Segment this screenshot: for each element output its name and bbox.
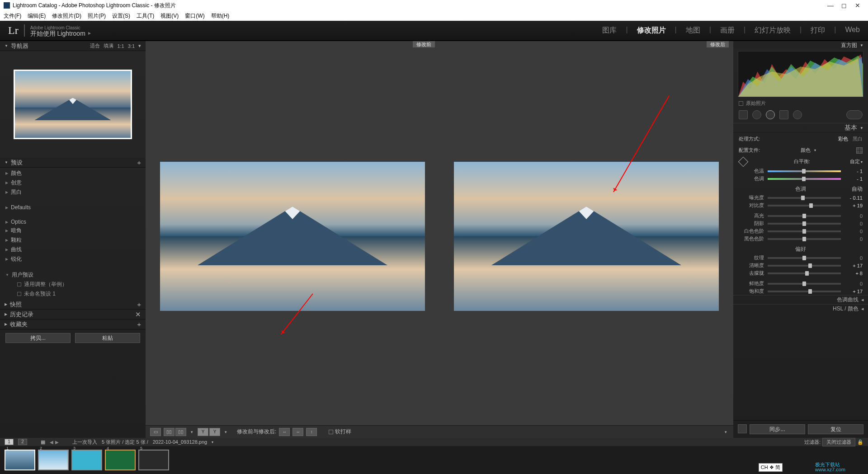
- reset-button[interactable]: 复位: [808, 424, 863, 434]
- swap-1-button[interactable]: ↔: [279, 428, 290, 436]
- maximize-button[interactable]: ◻: [837, 2, 851, 9]
- sync-button[interactable]: 同步...: [750, 424, 805, 434]
- swap-2-button[interactable]: ↔: [292, 428, 303, 436]
- menu-settings[interactable]: 设置(S): [112, 12, 130, 20]
- zoom-fill[interactable]: 填满: [104, 42, 113, 49]
- close-button[interactable]: ✕: [851, 2, 864, 9]
- shadows-slider[interactable]: [768, 223, 841, 225]
- yy-left-button[interactable]: Y: [198, 428, 208, 436]
- compare-1-button[interactable]: ▯▯: [164, 428, 175, 436]
- module-web[interactable]: Web: [845, 26, 860, 35]
- after-image[interactable]: [444, 47, 729, 425]
- minimize-button[interactable]: —: [824, 2, 837, 9]
- screen-1-button[interactable]: 1: [5, 439, 14, 445]
- grid-icon[interactable]: ▦: [41, 439, 45, 445]
- menu-develop[interactable]: 修改照片(D): [52, 12, 81, 20]
- wb-select[interactable]: 自定: [850, 158, 863, 165]
- auto-tone-button[interactable]: 自动: [852, 185, 863, 193]
- histogram-header[interactable]: 直方图▼: [733, 41, 868, 49]
- navigator-preview[interactable]: [0, 51, 146, 158]
- copy-button[interactable]: 拷贝...: [5, 333, 71, 343]
- user-preset-1[interactable]: 通用调整（举例）: [5, 281, 140, 288]
- exposure-slider[interactable]: [768, 197, 841, 199]
- clarity-slider[interactable]: [768, 265, 841, 267]
- history-header[interactable]: ▶历史记录✕: [0, 310, 146, 319]
- loupe-view-button[interactable]: ▭: [150, 428, 161, 436]
- preset-group-user[interactable]: ▼用户预设: [5, 271, 140, 279]
- filter-select[interactable]: 关闭过滤器: [822, 438, 855, 446]
- redeye-tool[interactable]: [766, 110, 775, 119]
- zoom-fit[interactable]: 适合: [90, 42, 100, 49]
- module-print[interactable]: 打印: [811, 26, 825, 35]
- wb-picker-tool[interactable]: [739, 157, 747, 165]
- histogram[interactable]: [738, 51, 863, 97]
- module-develop[interactable]: 修改照片: [637, 26, 666, 35]
- crop-tool[interactable]: [739, 110, 748, 119]
- saturation-slider[interactable]: [768, 291, 841, 292]
- dehaze-slider[interactable]: [768, 272, 841, 274]
- module-map[interactable]: 地图: [686, 26, 700, 35]
- module-library[interactable]: 图库: [602, 26, 617, 35]
- module-book[interactable]: 画册: [720, 26, 735, 35]
- preset-group-color[interactable]: ▶颜色: [5, 169, 140, 177]
- preset-group-curve[interactable]: ▶曲线: [5, 246, 140, 253]
- menu-help[interactable]: 帮助(H): [211, 12, 230, 20]
- collections-header[interactable]: ▶收藏夹+: [0, 319, 146, 329]
- film-thumb-4[interactable]: 4: [105, 450, 136, 470]
- film-thumb-2[interactable]: 2: [38, 450, 69, 470]
- before-image[interactable]: [150, 47, 435, 425]
- treatment-color[interactable]: 彩色: [838, 136, 848, 142]
- source-label[interactable]: 上一次导入: [72, 439, 97, 446]
- ime-indicator[interactable]: CH ❖ 简: [759, 463, 783, 472]
- add-preset-button[interactable]: +: [137, 159, 141, 166]
- paste-button[interactable]: 粘贴: [75, 333, 140, 343]
- treatment-bw[interactable]: 黑白: [853, 136, 863, 142]
- preset-group-grain[interactable]: ▶颗粒: [5, 236, 140, 244]
- contrast-slider[interactable]: [768, 205, 841, 206]
- film-thumb-3[interactable]: 3: [71, 450, 102, 470]
- texture-slider[interactable]: [768, 257, 841, 259]
- mask-tool[interactable]: [846, 110, 863, 119]
- tint-slider[interactable]: [768, 178, 841, 180]
- film-thumb-5[interactable]: 5: [138, 450, 169, 470]
- swap-3-button[interactable]: ↕: [306, 428, 317, 436]
- original-photo-toggle[interactable]: 原始照片: [733, 97, 868, 109]
- highlights-slider[interactable]: [768, 215, 841, 217]
- temp-slider[interactable]: [768, 170, 841, 172]
- navigator-header[interactable]: ▼ 导航器 适合 填满 1:1 3:1 ▾: [0, 41, 146, 51]
- preset-group-vignette[interactable]: ▶暗角: [5, 227, 140, 235]
- radial-tool[interactable]: [793, 110, 802, 119]
- yy-right-button[interactable]: Y: [209, 428, 220, 436]
- prev-button[interactable]: ◀: [50, 440, 53, 445]
- snapshots-header[interactable]: ▶快照+: [0, 300, 146, 310]
- screen-2-button[interactable]: 2: [18, 439, 27, 445]
- soft-proof-toggle[interactable]: 软打样: [329, 428, 351, 436]
- menu-view[interactable]: 视图(V): [160, 12, 179, 20]
- module-slideshow[interactable]: 幻灯片放映: [755, 26, 791, 35]
- switch-button[interactable]: [738, 424, 747, 433]
- preset-group-sharpen[interactable]: ▶锐化: [5, 255, 140, 263]
- gradient-tool[interactable]: [779, 110, 788, 119]
- menu-file[interactable]: 文件(F): [4, 12, 21, 20]
- basic-header[interactable]: 基本▼: [733, 123, 868, 133]
- preset-group-defaults[interactable]: ▶Defaults: [5, 204, 140, 211]
- menu-edit[interactable]: 编辑(E): [28, 12, 46, 20]
- toolbar-menu[interactable]: ▾: [725, 430, 727, 434]
- next-button[interactable]: ▶: [55, 440, 59, 445]
- zoom-3-1[interactable]: 3:1: [128, 43, 135, 49]
- blacks-slider[interactable]: [768, 238, 841, 240]
- presets-header[interactable]: ▼ 预设 +: [0, 158, 146, 168]
- brand-action[interactable]: 开始使用 Lightroom: [30, 31, 91, 36]
- profile-browser-button[interactable]: [856, 147, 863, 154]
- filter-lock-icon[interactable]: 🔒: [857, 439, 863, 445]
- whites-slider[interactable]: [768, 230, 841, 232]
- zoom-1-1[interactable]: 1:1: [117, 43, 124, 49]
- spot-tool[interactable]: [752, 110, 761, 119]
- menu-tools[interactable]: 工具(T): [137, 12, 154, 20]
- preset-group-creative[interactable]: ▶创意: [5, 179, 140, 187]
- filename-label[interactable]: 2022-10-04_093128.png: [153, 439, 208, 445]
- preset-group-optics[interactable]: ▶Optics: [5, 219, 140, 225]
- film-thumb-1[interactable]: 1: [5, 450, 35, 470]
- compare-2-button[interactable]: ▯▯: [175, 428, 186, 436]
- user-preset-2[interactable]: 未命名预设 1: [5, 290, 140, 298]
